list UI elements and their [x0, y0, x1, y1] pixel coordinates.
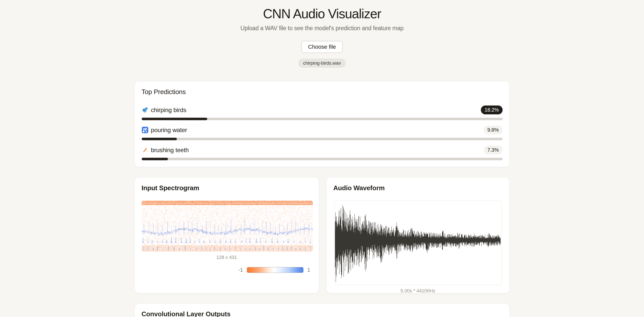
prediction-progress-track — [142, 138, 503, 140]
spectrogram-title: Input Spectrogram — [142, 184, 312, 192]
prediction-progress-fill — [142, 158, 168, 160]
prediction-score-badge: 7.3% — [484, 146, 503, 154]
prediction-label: brushing teeth — [151, 147, 189, 154]
spectrogram-image — [142, 201, 313, 252]
uploaded-file-badge: chirping-birds.wav — [298, 59, 346, 68]
prediction-row: chirping birds 18.2% — [142, 105, 503, 120]
prediction-score-badge: 18.2% — [481, 105, 503, 114]
app-header: CNN Audio Visualizer Upload a WAV file t… — [135, 0, 510, 68]
predictions-title: Top Predictions — [142, 88, 503, 96]
potable-water-emoji-icon — [142, 127, 148, 133]
prediction-progress-track — [142, 118, 503, 120]
input-spectrogram-card: Input Spectrogram 128 x 431 -1 1 — [135, 177, 319, 293]
prediction-row: pouring water 9.8% — [142, 126, 503, 140]
toothbrush-emoji-icon — [142, 147, 148, 153]
conv-outputs-title: Convolutional Layer Outputs — [142, 310, 503, 317]
spectrogram-dimensions-label: 128 x 431 — [142, 255, 312, 260]
prediction-progress-track — [142, 158, 503, 160]
colorbar-max-label: 1 — [307, 267, 310, 273]
conv-layer-outputs-card: Convolutional Layer Outputs conv1 layer1… — [135, 303, 510, 317]
page-title: CNN Audio Visualizer — [135, 6, 510, 21]
waveform-title: Audio Waveform — [333, 184, 503, 192]
colorbar-gradient — [247, 267, 304, 273]
bird-emoji-icon — [142, 107, 148, 113]
colorbar-min-label: -1 — [238, 267, 243, 273]
prediction-label: chirping birds — [151, 107, 186, 114]
prediction-progress-fill — [142, 118, 207, 120]
prediction-row: brushing teeth 7.3% — [142, 146, 503, 160]
prediction-progress-fill — [142, 138, 177, 140]
prediction-score-badge: 9.8% — [484, 126, 503, 134]
waveform-caption: 5.00s * 44100Hz — [333, 288, 503, 294]
prediction-label: pouring water — [151, 127, 187, 134]
choose-file-button[interactable]: Choose file — [301, 41, 343, 53]
audio-waveform-card: Audio Waveform 5.00s * 44100Hz — [326, 177, 510, 293]
page-subtitle: Upload a WAV file to see the model's pre… — [135, 25, 510, 32]
top-predictions-card: Top Predictions chirping birds 18.2% pou… — [135, 81, 510, 167]
waveform-plot — [334, 201, 502, 285]
